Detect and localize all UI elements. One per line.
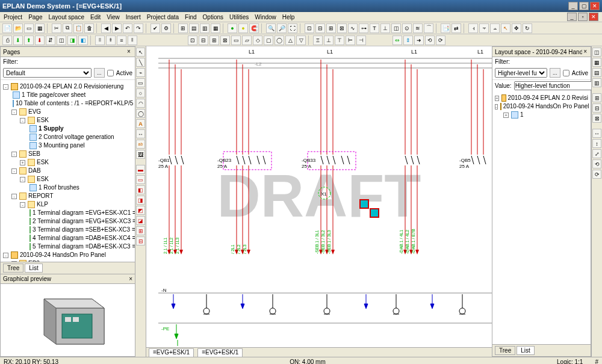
doc-minimize-button[interactable]: _ xyxy=(567,13,577,21)
tool2-x-icon[interactable]: Ξ xyxy=(313,35,323,45)
layout-tab-list[interactable]: List xyxy=(517,346,535,355)
tree-terminal-1[interactable]: 1 Terminal diagram =EVG+ESK-XC1 =EVG+ESK… xyxy=(33,209,135,217)
tool2-n-icon[interactable]: ⊟ xyxy=(199,35,208,45)
tool-symbol4-icon[interactable]: ⊠ xyxy=(337,23,347,33)
rtool-5-icon[interactable]: ⊞ xyxy=(592,93,601,102)
tree-roof-brushes[interactable]: 1 Roof brushes xyxy=(39,184,79,192)
preview-close-icon[interactable]: × xyxy=(129,276,132,282)
canvas-tab-2[interactable]: =EVG+ESK/1 xyxy=(197,348,243,357)
tool2-ae-icon[interactable]: ➜ xyxy=(414,35,424,45)
tool2-c-icon[interactable]: ⬆ xyxy=(24,35,34,45)
filter-active-checkbox[interactable] xyxy=(107,70,114,76)
vtool-red2-icon[interactable]: ▭ xyxy=(136,175,145,184)
tool2-ab-icon[interactable]: ⊣ xyxy=(356,35,366,45)
vtool-rect-icon[interactable]: ▭ xyxy=(136,78,145,87)
tool-layout-icon[interactable]: ▦ xyxy=(35,23,45,33)
tree-seb-esk[interactable]: ESK xyxy=(37,158,49,167)
vtool-img-icon[interactable]: 🖼 xyxy=(136,150,145,159)
menu-page[interactable]: Page xyxy=(28,14,42,20)
tool-next-icon[interactable]: ▶ xyxy=(112,23,122,33)
tool-macro-icon[interactable]: ◫ xyxy=(391,23,401,33)
tool2-ac-icon[interactable]: ⇔ xyxy=(393,35,402,45)
expand-icon[interactable]: + xyxy=(503,113,509,118)
tool-align3-icon[interactable]: ⫠ xyxy=(490,23,500,33)
tool2-z-icon[interactable]: ⊤ xyxy=(335,35,344,45)
layout-tree-proj1[interactable]: 2010-09-24 EPLAN 2.0 Revisi xyxy=(508,94,588,102)
tool-prev-icon[interactable]: ◀ xyxy=(101,23,111,33)
tool-grid3-icon[interactable]: ▥ xyxy=(200,23,209,33)
vtool-cursor-icon[interactable]: ↖ xyxy=(136,48,145,57)
vtool-red3-icon[interactable]: ◧ xyxy=(136,185,145,194)
tool-symbol2-icon[interactable]: ⊟ xyxy=(315,23,325,33)
layout-tree-proj2[interactable]: 2010-09-24 HandsOn Pro Panel xyxy=(503,102,589,111)
tab-list[interactable]: List xyxy=(25,264,43,273)
tree-klp[interactable]: KLP xyxy=(37,200,48,209)
tool-paste-icon[interactable]: 📋 xyxy=(73,23,83,33)
tool-undo-icon[interactable]: ↶ xyxy=(123,23,132,33)
layout-filter-browse-button[interactable]: ... xyxy=(550,68,560,78)
tool-xref-icon[interactable]: ⇄ xyxy=(452,23,461,33)
rtool-3-icon[interactable]: ▤ xyxy=(592,68,601,77)
tree-supply[interactable]: 1 Supply xyxy=(39,125,64,133)
vtool-poly-icon[interactable]: ⌁ xyxy=(136,68,145,77)
menu-edit[interactable]: Edit xyxy=(90,14,101,20)
tree-evg[interactable]: EVG xyxy=(28,108,41,116)
tree-project-1[interactable]: 2010-09-24 EPLAN 2.0 Revisionierung xyxy=(20,82,123,91)
tool-page-icon[interactable]: ▭ xyxy=(24,23,34,33)
tree-toc[interactable]: 10 Table of contents : /1 - =REPORT+KLP/… xyxy=(16,99,133,108)
tool-symbol3-icon[interactable]: ⊞ xyxy=(326,23,336,33)
tree-report[interactable]: REPORT xyxy=(28,192,54,200)
tree-project-2[interactable]: 2010-09-24 HandsOn Pro Panel xyxy=(20,251,106,259)
expand-icon[interactable]: - xyxy=(20,202,25,208)
tool-magnet-icon[interactable]: 🧲 xyxy=(249,23,259,33)
doc-restore-button[interactable]: ▫ xyxy=(578,13,588,21)
layout-tree-node1[interactable]: 1 xyxy=(520,111,524,119)
menu-window[interactable]: Window xyxy=(255,14,276,20)
tool2-p-icon[interactable]: ⊠ xyxy=(220,35,230,45)
menu-help[interactable]: Help xyxy=(282,14,295,20)
filter-select[interactable]: Default xyxy=(3,68,92,78)
menu-project[interactable]: Project xyxy=(4,14,22,20)
tool2-l-icon[interactable]: ⦀ xyxy=(128,35,137,45)
tool2-e-icon[interactable]: ⇵ xyxy=(46,35,55,45)
tool2-i-icon[interactable]: ⫴ xyxy=(95,35,105,45)
tree-mounting[interactable]: 3 Mounting panel xyxy=(39,141,85,150)
vtool-arc-icon[interactable]: ◠ xyxy=(136,99,145,108)
rtool-6-icon[interactable]: ⊟ xyxy=(592,103,601,113)
tree-terminal-4[interactable]: 4 Terminal diagram =DAB+ESK-XC4 =DAB+ESK… xyxy=(33,234,135,242)
tool2-f-icon[interactable]: ◫ xyxy=(57,35,66,45)
tool2-r-icon[interactable]: ▱ xyxy=(242,35,252,45)
tool-rot-icon[interactable]: ↻ xyxy=(523,23,532,33)
tree-terminal-3[interactable]: 3 Terminal diagram =SEB+ESK-XC3 =SEB+WAH… xyxy=(33,226,135,234)
layout-panel-close-icon[interactable]: × xyxy=(582,48,588,55)
tool-new-icon[interactable]: 📄 xyxy=(2,23,12,33)
tool2-m-icon[interactable]: ⊡ xyxy=(188,35,197,45)
pages-tree[interactable]: -2010-09-24 EPLAN 2.0 Revisionierung 1 T… xyxy=(1,80,135,262)
tree-terminal-5[interactable]: 5 Terminal diagram =DAB+ESK-XC3 =DAB+WAH… xyxy=(33,242,135,251)
tool-cursor-icon[interactable]: ↖ xyxy=(501,23,510,33)
layout-tab-tree[interactable]: Tree xyxy=(495,346,515,355)
tab-tree[interactable]: Tree xyxy=(3,264,23,273)
tool2-af-icon[interactable]: ⟲ xyxy=(425,35,435,45)
layout-value-input[interactable] xyxy=(514,81,593,90)
vtool-circle-icon[interactable]: ○ xyxy=(136,88,145,97)
layout-active-checkbox[interactable] xyxy=(563,70,569,76)
tool-grid1-icon[interactable]: ⊞ xyxy=(178,23,188,33)
tool-green-icon[interactable]: ● xyxy=(228,23,237,33)
tool2-t-icon[interactable]: ▢ xyxy=(264,35,273,45)
tool-zoom-out-icon[interactable]: 🔎 xyxy=(277,23,287,33)
tool-yellow-icon[interactable]: ● xyxy=(238,23,248,33)
layout-tree[interactable]: +2010-09-24 EPLAN 2.0 Revisi -2010-09-24… xyxy=(492,91,591,344)
menu-find[interactable]: Find xyxy=(185,14,196,20)
tool-copy-icon[interactable]: ⧉ xyxy=(63,23,72,33)
tree-dab-esk[interactable]: ESK xyxy=(37,175,49,184)
tool-t1-icon[interactable]: T xyxy=(370,23,379,33)
tool2-v-icon[interactable]: △ xyxy=(285,35,295,45)
vtool-red5-icon[interactable]: ◩ xyxy=(136,206,145,215)
tool-align2-icon[interactable]: ⫟ xyxy=(479,23,489,33)
expand-icon[interactable]: - xyxy=(11,152,17,157)
maximize-button[interactable]: ▢ xyxy=(579,2,589,10)
tool-zoom-fit-icon[interactable]: ⛶ xyxy=(288,23,297,33)
expand-icon[interactable]: - xyxy=(11,194,17,199)
tool-report-icon[interactable]: 📑 xyxy=(441,23,450,33)
